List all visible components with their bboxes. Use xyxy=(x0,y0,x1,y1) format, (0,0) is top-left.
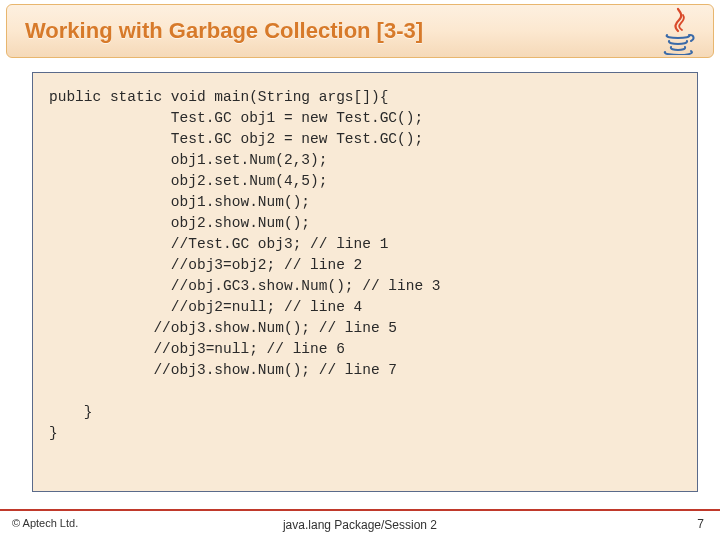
code-line: //obj.GC3.show.Num(); // line 3 xyxy=(49,278,441,294)
code-line: //Test.GC obj3; // line 1 xyxy=(49,236,388,252)
code-block: public static void main(String args[]){ … xyxy=(32,72,698,492)
code-line: obj1.show.Num(); xyxy=(49,194,310,210)
code-line: } xyxy=(49,425,58,441)
footer-breadcrumb: java.lang Package/Session 2 xyxy=(0,514,720,532)
page-number: 7 xyxy=(697,517,704,531)
slide-title: Working with Garbage Collection [3-3] xyxy=(25,18,423,44)
code-line: //obj3=null; // line 6 xyxy=(49,341,345,357)
slide-footer: © Aptech Ltd. java.lang Package/Session … xyxy=(0,509,720,532)
java-logo-icon xyxy=(657,7,699,59)
code-line: obj1.set.Num(2,3); xyxy=(49,152,327,168)
code-line: obj2.show.Num(); xyxy=(49,215,310,231)
code-line: public static void main(String args[]){ xyxy=(49,89,388,105)
copyright-text: © Aptech Ltd. xyxy=(12,517,78,529)
code-line: //obj3.show.Num(); // line 5 xyxy=(49,320,397,336)
code-line: //obj3=obj2; // line 2 xyxy=(49,257,362,273)
code-line: } xyxy=(49,404,93,420)
code-line: obj2.set.Num(4,5); xyxy=(49,173,327,189)
code-line: //obj2=null; // line 4 xyxy=(49,299,362,315)
code-line: Test.GC obj1 = new Test.GC(); xyxy=(49,110,423,126)
code-line: Test.GC obj2 = new Test.GC(); xyxy=(49,131,423,147)
slide-header: Working with Garbage Collection [3-3] xyxy=(6,4,714,58)
code-line: //obj3.show.Num(); // line 7 xyxy=(49,362,397,378)
